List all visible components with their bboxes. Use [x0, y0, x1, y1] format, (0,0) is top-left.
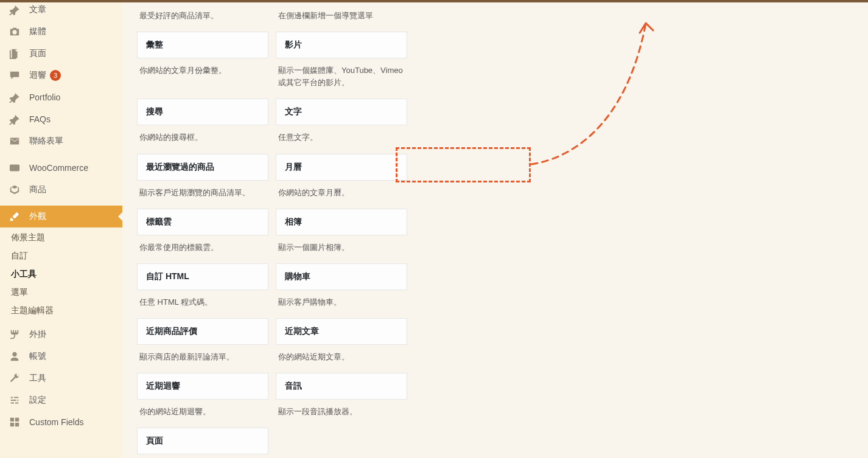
widget-cell: 近期迴響你的網站近期迴響。 [137, 373, 268, 420]
widget-box[interactable]: 影片 [276, 32, 407, 58]
appearance-submenu: 佈景主題自訂小工具選單主題編輯器 [0, 227, 122, 324]
widget-box[interactable]: 自訂 HTML [137, 263, 268, 290]
mail-icon [9, 135, 21, 147]
pin-icon [9, 113, 21, 125]
widget-box[interactable]: 頁面 [137, 428, 268, 454]
pin-icon [9, 91, 21, 103]
widget-cell: 文字任意文字。 [276, 99, 407, 146]
widget-cell: 近期文章你的網站近期文章。 [276, 318, 407, 366]
widget-box[interactable]: 月曆 [276, 154, 407, 181]
widget-box[interactable]: 最近瀏覽過的商品 [137, 154, 268, 181]
sidebar-item-comments[interactable]: 迴響3 [0, 64, 122, 86]
sidebar-item-media[interactable]: 媒體 [0, 21, 122, 43]
widgets-content: 最受好評的商品清單。在側邊欄新增一個導覽選單彙整你網站的文章月份彙整。影片顯示一… [122, 2, 868, 458]
widget-box[interactable]: 近期商品評價 [137, 318, 268, 345]
widget-description: 你最常使用的標籤雲。 [137, 235, 268, 256]
sidebar-item-appearance[interactable]: 外觀 [0, 206, 122, 227]
sidebar-item-label: Custom Fields [29, 417, 83, 427]
woo-icon [9, 162, 21, 174]
widget-cell: 搜尋你網站的搜尋框。 [137, 99, 268, 146]
sidebar-item-posts[interactable]: 文章 [0, 4, 122, 21]
widget-description: 顯示一段音訊播放器。 [276, 400, 407, 420]
widget-box[interactable]: 標籤雲 [137, 209, 268, 235]
widget-cell: 自訂 HTML任意 HTML 程式碼。 [137, 263, 268, 311]
widget-description: 任意 HTML 程式碼。 [137, 290, 268, 311]
menu-separator [0, 201, 122, 206]
widget-box[interactable]: 音訊 [276, 373, 407, 400]
submenu-item[interactable]: 主題編輯器 [0, 302, 122, 320]
submenu-item[interactable]: 選單 [0, 283, 122, 302]
widget-description: 你網站的搜尋框。 [137, 125, 268, 146]
menu-separator [0, 152, 122, 157]
sidebar-item-label: 外掛 [29, 329, 46, 340]
sidebar-item-settings[interactable]: 設定 [0, 389, 122, 411]
pin-icon [9, 4, 21, 16]
widget-box[interactable]: 彙整 [137, 32, 268, 58]
sidebar-item-label: 頁面 [29, 48, 46, 59]
sidebar-item-label: 媒體 [29, 26, 46, 37]
sidebar-item-label: 設定 [29, 395, 46, 406]
widget-cell: 月曆你網站的文章月曆。 [276, 154, 407, 201]
sidebar-item-label: 帳號 [29, 351, 46, 362]
page-container: 文章媒體頁面迴響3PortfolioFAQs聯絡表單WooCommerce商品外… [0, 2, 868, 458]
comment-icon [9, 69, 21, 82]
sidebar-item-custom-fields[interactable]: Custom Fields [0, 411, 122, 433]
widget-cell: 最受好評的商品清單。 [137, 10, 268, 24]
widget-cell: 彙整你網站的文章月份彙整。 [137, 32, 268, 79]
sidebar-item-label: Portfolio [29, 92, 60, 102]
widget-box[interactable]: 相簿 [276, 209, 407, 235]
plug-icon [9, 328, 21, 341]
widget-cell: 音訊顯示一段音訊播放器。 [276, 373, 407, 420]
sidebar-item-label: FAQs [29, 114, 51, 124]
sidebar-item-tools[interactable]: 工具 [0, 367, 122, 389]
comments-count-badge: 3 [50, 70, 61, 81]
camera-icon [9, 26, 21, 38]
sidebar-item-label: 外觀 [29, 211, 46, 222]
widget-description: 任意文字。 [276, 125, 407, 146]
widget-cell: 在側邊欄新增一個導覽選單 [276, 10, 407, 24]
grid-icon [9, 416, 21, 428]
widget-box[interactable]: 文字 [276, 99, 407, 125]
brush-icon [9, 210, 21, 223]
widget-description: 最受好評的商品清單。 [137, 10, 268, 24]
widget-cell: 頁面 [137, 428, 268, 454]
widget-cell: 近期商品評價顯示商店的最新評論清單。 [137, 318, 268, 366]
svg-rect-0 [10, 165, 19, 172]
pages-icon [9, 47, 21, 60]
box-icon [9, 184, 21, 196]
sidebar-item-portfolio[interactable]: Portfolio [0, 86, 122, 108]
sidebar-item-label: 迴響 [29, 70, 46, 81]
widget-box[interactable]: 購物車 [276, 263, 407, 290]
widget-description: 你網站的文章月份彙整。 [137, 58, 268, 79]
widget-description: 你的網站近期文章。 [276, 345, 407, 366]
widget-cell: 相簿顯示一個圖片相簿。 [276, 209, 407, 256]
widget-cell: 購物車顯示客戶購物車。 [276, 263, 407, 311]
submenu-item[interactable]: 小工具 [0, 265, 122, 283]
sidebar-item-pages[interactable]: 頁面 [0, 43, 122, 64]
sidebar-item-contact[interactable]: 聯絡表單 [0, 130, 122, 152]
submenu-item[interactable]: 佈景主題 [0, 229, 122, 247]
sidebar-item-products[interactable]: 商品 [0, 179, 122, 201]
widget-box[interactable]: 近期文章 [276, 318, 407, 345]
widget-description: 顯示一個媒體庫、YouTube、Vimeo 或其它平台的影片。 [276, 58, 407, 91]
sidebar-item-users[interactable]: 帳號 [0, 345, 122, 367]
widget-description: 顯示一個圖片相簿。 [276, 235, 407, 256]
widget-description: 顯示客戶購物車。 [276, 290, 407, 311]
widget-cell: 最近瀏覽過的商品顯示客戶近期瀏覽的商品清單。 [137, 154, 268, 201]
sidebar-item-woocommerce[interactable]: WooCommerce [0, 157, 122, 179]
widget-description: 在側邊欄新增一個導覽選單 [276, 10, 407, 24]
sliders-icon [9, 394, 21, 406]
widget-box[interactable]: 近期迴響 [137, 373, 268, 400]
widget-box[interactable]: 搜尋 [137, 99, 268, 125]
sidebar-item-label: 商品 [29, 184, 46, 195]
sidebar-item-faqs[interactable]: FAQs [0, 108, 122, 130]
sidebar-item-label: 工具 [29, 373, 46, 384]
submenu-item[interactable]: 自訂 [0, 247, 122, 265]
admin-sidebar: 文章媒體頁面迴響3PortfolioFAQs聯絡表單WooCommerce商品外… [0, 2, 122, 458]
sidebar-item-plugins[interactable]: 外掛 [0, 324, 122, 345]
widget-description: 你的網站近期迴響。 [137, 400, 268, 420]
widget-description: 顯示商店的最新評論清單。 [137, 345, 268, 366]
widget-cell: 標籤雲你最常使用的標籤雲。 [137, 209, 268, 256]
widget-cell: 影片顯示一個媒體庫、YouTube、Vimeo 或其它平台的影片。 [276, 32, 407, 91]
sidebar-item-label: WooCommerce [29, 163, 88, 173]
